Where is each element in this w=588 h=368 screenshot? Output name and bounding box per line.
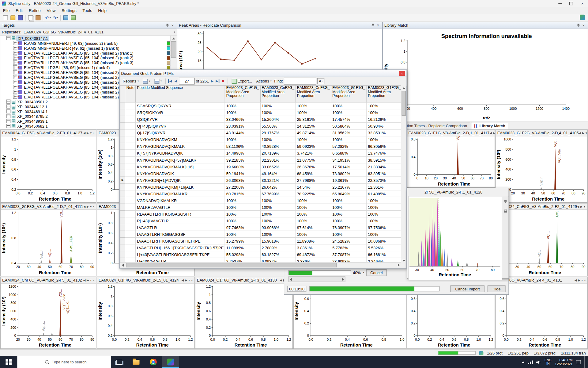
area-proportion-cell[interactable]: 55.0298% xyxy=(225,251,260,258)
area-proportion-cell[interactable]: 11.0889% xyxy=(225,244,260,251)
peptide-sequence-cell[interactable]: LVAAGTLRHTKGIGASGSF xyxy=(136,231,225,237)
area-proportion-cell[interactable]: 15.2604% xyxy=(260,116,296,123)
prev-replicate-icon[interactable]: ◀ xyxy=(575,278,577,282)
report-view-icon[interactable] xyxy=(70,14,77,21)
peptide-sequence-cell[interactable]: KNYKVGDNADVQIKM xyxy=(136,136,225,143)
area-proportion-cell[interactable]: 100% xyxy=(225,109,260,116)
area-proportion-cell[interactable]: 100% xyxy=(296,210,331,217)
area-proportion-cell[interactable]: 30.1221% xyxy=(260,177,296,183)
peptide-sequence-cell[interactable]: KNYKVGDNADVQIKM[+16]ALK xyxy=(136,183,225,190)
column-header[interactable]: EAM0023_CnF2G_ Modified Area Proportion xyxy=(260,86,296,102)
area-proportion-cell[interactable]: 22.3573% xyxy=(367,177,401,183)
table-row[interactable]: LVAAGTLRHTKGIGASGSFRLTKPE15.2799%15.9018… xyxy=(120,237,401,244)
chromatogram-plot[interactable]: 1.20.80.42030405060708090Retention Timev… xyxy=(496,210,587,277)
area-proportion-cell[interactable]: 20.7139% xyxy=(260,150,296,156)
peptide-sequence-cell[interactable]: L[+43]VAAGTLRHTKGIGASGSFRLTKPE xyxy=(136,251,225,258)
area-proportion-cell[interactable]: 100% xyxy=(260,217,296,224)
area-proportion-cell[interactable]: 26.3063% xyxy=(225,177,260,183)
peptide-sequence-cell[interactable]: VGDNADVQIKMALKR xyxy=(136,197,225,204)
toolbar-right-icon[interactable] xyxy=(580,15,585,20)
area-proportion-cell[interactable]: 69.4872% xyxy=(296,251,331,258)
expander-icon[interactable] xyxy=(13,46,17,50)
peptide-sequence-cell[interactable]: QSIQKYVR xyxy=(136,116,225,123)
area-proportion-cell[interactable]: 100% xyxy=(225,231,260,237)
chrome-icon[interactable] xyxy=(145,356,162,368)
prev-replicate-icon[interactable]: ◀ xyxy=(182,278,184,282)
group-button[interactable]: ▾ xyxy=(153,78,163,84)
area-proportion-cell[interactable]: 11.8908% xyxy=(296,237,331,244)
table-row[interactable]: KNYKVGDNADVQIKMALK53.1106%40.8928%59.092… xyxy=(120,143,401,150)
task-view-button[interactable] xyxy=(111,356,127,368)
area-proportion-cell[interactable]: 100% xyxy=(260,109,296,116)
expander-icon[interactable] xyxy=(13,90,17,94)
area-proportion-cell[interactable]: 100% xyxy=(260,204,296,210)
table-row[interactable]: R[+43]LVAAGTLR100%100%100%100%100%100% xyxy=(120,217,401,224)
table-row[interactable]: VGDNADVQIKMALKR100%100%100%100%100%100% xyxy=(120,197,401,204)
area-proportion-cell[interactable]: 100% xyxy=(331,210,367,217)
table-row[interactable]: KNYKVGDNADVQIKM100%100%100%100%100%100% xyxy=(120,136,401,143)
area-proportion-cell[interactable]: 5.5326% xyxy=(367,244,401,251)
start-button[interactable] xyxy=(0,356,17,368)
area-proportion-cell[interactable]: 73.9802% xyxy=(331,170,367,177)
dock-menu-icon[interactable]: ▾ xyxy=(188,278,190,282)
scroll-right-icon[interactable] xyxy=(396,263,401,268)
area-proportion-cell[interactable]: 100% xyxy=(225,136,260,143)
tree-item-peptide[interactable]: R.AMSIMNSFVNDLFER.I [49, 63] (missed 2) … xyxy=(0,40,171,45)
peptide-sequence-cell[interactable]: K[+57]NYKVGDNADVQIK xyxy=(136,150,225,156)
table-row[interactable]: LVAAGTLR97.7463%93.9068%97.614%76.3907%9… xyxy=(120,224,401,231)
next-replicate-icon[interactable]: ▶ xyxy=(582,131,585,135)
document-grid-titlebar[interactable]: Document Grid: Protein PTMs × xyxy=(120,70,407,77)
last-page-icon[interactable]: ▶ xyxy=(215,79,219,83)
paste-icon[interactable] xyxy=(34,14,41,21)
area-proportion-cell[interactable]: 12.361% xyxy=(367,183,401,190)
chevron-down-icon[interactable]: ▾ xyxy=(174,30,175,33)
peptide-sequence-cell[interactable]: LVAAGTLRH[+156.1]TKGIGASGSFRLTK[+57]PE xyxy=(136,244,225,251)
area-proportion-cell[interactable]: 49.8714% xyxy=(296,129,331,136)
close-icon[interactable]: × xyxy=(93,205,95,208)
hide-button[interactable]: Hide xyxy=(488,286,505,292)
next-replicate-icon[interactable]: ▶ xyxy=(493,131,495,135)
area-proportion-cell[interactable]: 59.0923% xyxy=(296,143,331,150)
scroll-thumb[interactable] xyxy=(401,91,405,116)
area-proportion-cell[interactable]: 50.5864% xyxy=(331,123,367,129)
expander-icon[interactable] xyxy=(6,99,10,103)
area-proportion-cell[interactable]: 100% xyxy=(260,102,296,109)
next-replicate-icon[interactable]: ▶ xyxy=(580,205,583,208)
area-proportion-cell[interactable]: 33.0466% xyxy=(225,116,260,123)
menu-tools[interactable]: Tools xyxy=(79,7,95,13)
area-proportion-cell[interactable]: 100% xyxy=(367,109,401,116)
area-proportion-cell[interactable]: 53.1106% xyxy=(225,143,260,150)
redo-icon[interactable]: ↷▾ xyxy=(52,14,59,21)
table-row[interactable]: KNYKVGDNADVQIKM[+16]ALK27.2206%26.042%14… xyxy=(120,183,401,190)
expander-icon[interactable] xyxy=(6,124,10,128)
area-proportion-cell[interactable]: 100% xyxy=(367,231,401,237)
peptide-sequence-cell[interactable]: KNYKVGDN[+1]ADVQIK xyxy=(136,177,225,183)
close-icon[interactable]: × xyxy=(375,23,381,27)
area-proportion-cell[interactable]: 27.2206% xyxy=(225,183,260,190)
area-proportion-cell[interactable]: 100% xyxy=(367,102,401,109)
table-row[interactable]: LVAAGTLRH[+156.1]TKGIGASGSFRLTK[+57]PE11… xyxy=(120,244,401,251)
area-proportion-cell[interactable]: 100% xyxy=(367,204,401,210)
dock-menu-icon[interactable]: ▾ xyxy=(584,205,585,208)
prev-replicate-icon[interactable]: ◀ xyxy=(280,278,282,282)
table-row[interactable]: KNYKVGDNADVQIKMALK[+16]19.6688%33.0652%2… xyxy=(120,163,401,170)
area-proportion-cell[interactable]: 3.8361% xyxy=(296,244,331,251)
chevron-down-icon[interactable]: ▾ xyxy=(363,271,364,274)
volume-icon[interactable] xyxy=(536,360,541,364)
close-icon[interactable]: × xyxy=(399,71,405,76)
scroll-up-icon[interactable] xyxy=(171,36,177,41)
column-header[interactable]: EAM0023_CnF3G_ Modified Area Proportion xyxy=(296,86,331,102)
maximize-button[interactable] xyxy=(566,0,577,7)
menu-settings[interactable]: Settings xyxy=(58,7,79,13)
scroll-right-icon[interactable] xyxy=(342,278,344,281)
area-proportion-cell[interactable]: 19.6688% xyxy=(225,163,260,170)
area-proportion-cell[interactable]: 34.1951% xyxy=(331,156,367,163)
area-proportion-cell[interactable]: 100% xyxy=(331,231,367,237)
expander-icon[interactable] xyxy=(6,104,10,108)
find-input[interactable] xyxy=(284,78,316,84)
table-row[interactable]: KNYKVGDNADVQIK[+57]MALKR39.2185%32.2301%… xyxy=(120,156,401,163)
expander-icon[interactable] xyxy=(13,65,17,69)
peptide-sequence-cell[interactable]: KNYKVGDNADVQIKMALK xyxy=(136,143,225,150)
expander-icon[interactable] xyxy=(6,109,10,113)
table-row[interactable]: Q[+43]SIQKYVR23.0391%55.563%24.3125%50.5… xyxy=(120,123,401,129)
